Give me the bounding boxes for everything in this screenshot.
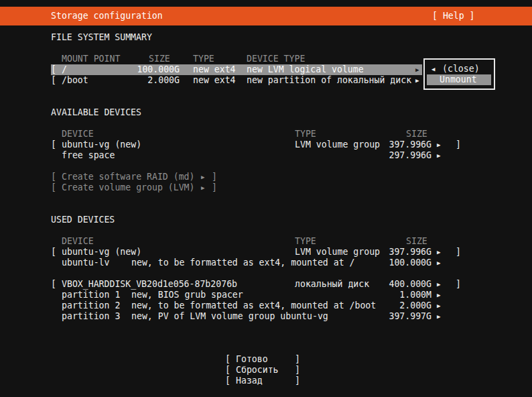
open-bracket: [ [225, 354, 230, 365]
mount-point: / [62, 64, 67, 75]
size-value: 2.000G [346, 300, 431, 311]
left-arrow-icon: ◀ [431, 64, 435, 74]
open-bracket: [ [51, 172, 56, 182]
done-button-label: Готово [236, 354, 268, 365]
device-name: VBOX_HARDDISK_VB20d1e056-87b2076b [62, 279, 237, 290]
open-bracket: [ [51, 279, 56, 290]
close-bracket: ] [295, 354, 300, 365]
col-header-size: SIZE [406, 129, 427, 139]
right-arrow-icon: ▶ [201, 172, 204, 182]
col-header-type: TYPE [295, 129, 316, 139]
device-type-value: new partition of локальный диск [247, 75, 411, 86]
available-row-ubuntu-vg[interactable]: [ ubuntu-vg (new) LVM volume group 397.9… [0, 139, 532, 150]
done-button[interactable]: [ Готово ] [0, 354, 532, 365]
action-label: Create volume group (LVM) [62, 182, 195, 193]
col-header-size: SIZE [406, 236, 427, 247]
size-value: 397.996G [346, 247, 431, 258]
header-line: Storage configuration [ Help ] [0, 11, 532, 21]
col-header-type: TYPE [295, 236, 316, 247]
back-button[interactable]: [ Назад ] [0, 376, 532, 386]
type-value: new ext4 [193, 64, 236, 75]
col-header-type: TYPE [193, 54, 214, 64]
fs-summary-title: FILE SYSTEM SUMMARY [51, 32, 152, 43]
context-menu: ◀ (close) Unmount [423, 58, 495, 90]
size-value: 297.996G [346, 150, 431, 161]
open-bracket: [ [225, 376, 230, 386]
used-child-partition-3[interactable]: partition 3 new, PV of LVM volume group … [0, 311, 532, 322]
help-button[interactable]: [ Help ] [432, 11, 475, 21]
used-column-headers: DEVICE TYPE SIZE [0, 236, 532, 247]
size-value: 397.996G [346, 139, 431, 150]
context-menu-unmount[interactable]: Unmount [425, 74, 494, 85]
fs-summary-section: FILE SYSTEM SUMMARY [0, 32, 532, 43]
close-bracket: ] [212, 172, 217, 182]
right-arrow-icon: ▶ [437, 139, 440, 150]
back-button-label: Назад [236, 376, 263, 386]
close-bracket: ] [295, 365, 300, 376]
close-bracket: ] [295, 376, 300, 386]
size-value: 2.000G [94, 75, 180, 86]
available-column-headers: DEVICE TYPE SIZE [0, 129, 532, 139]
size-value: 100.000G [346, 258, 431, 268]
size-value: 400.000G [346, 279, 431, 290]
size-value: 397.997G [346, 311, 431, 322]
action-create-volume-group[interactable]: [ Create volume group (LVM) ▶ ] [0, 182, 532, 193]
right-arrow-icon: ▶ [437, 150, 440, 161]
close-bracket: ] [212, 182, 217, 193]
device-detail: new, to be formatted as ext4, mounted at… [131, 300, 376, 311]
col-header-size: SIZE [149, 54, 170, 64]
open-bracket: [ [225, 365, 230, 376]
open-bracket: [ [51, 247, 56, 258]
right-arrow-icon: ▶ [437, 311, 440, 322]
close-label: (close) [442, 64, 480, 74]
unmount-label: Unmount [440, 74, 477, 85]
used-child-partition-1[interactable]: partition 1 new, BIOS grub spacer 1.000M… [0, 290, 532, 300]
used-devices-title: USED DEVICES [51, 215, 115, 225]
used-devices-section: USED DEVICES [0, 215, 532, 225]
mount-point: /boot [62, 75, 88, 86]
device-detail: new, PV of LVM volume group ubuntu-vg [131, 311, 328, 322]
used-group-ubuntu-vg[interactable]: [ ubuntu-vg (new) LVM volume group 397.9… [0, 247, 532, 258]
right-arrow-icon: ▶ [437, 300, 440, 311]
open-bracket: [ [51, 75, 56, 86]
right-arrow-icon: ▶ [201, 182, 204, 193]
device-type-value: new LVM logical volume [247, 64, 364, 75]
open-bracket: [ [51, 64, 56, 75]
reset-button-label: Сбросить [236, 365, 279, 376]
device-name: ubuntu-lv [62, 258, 109, 268]
page-title: Storage configuration [51, 11, 163, 21]
close-bracket: ] [456, 279, 461, 290]
device-name: partition 3 [62, 311, 120, 322]
col-header-mount-point: MOUNT POINT [62, 54, 120, 64]
right-arrow-icon: ▶ [437, 279, 440, 290]
used-child-partition-2[interactable]: partition 2 new, to be formatted as ext4… [0, 300, 532, 311]
available-devices-section: AVAILABLE DEVICES [0, 107, 532, 118]
right-arrow-icon: ▶ [437, 247, 440, 258]
used-group-vbox-harddisk[interactable]: [ VBOX_HARDDISK_VB20d1e056-87b2076b лока… [0, 279, 532, 290]
col-header-device: DEVICE [62, 129, 94, 139]
device-name: ubuntu-vg (new) [62, 139, 141, 150]
device-name: partition 1 [62, 290, 120, 300]
used-child-ubuntu-lv[interactable]: ubuntu-lv new, to be formatted as ext4, … [0, 258, 532, 268]
action-label: Create software RAID (md) [62, 172, 195, 182]
available-row-free-space[interactable]: free space 297.996G ▶ [0, 150, 532, 161]
context-menu-close[interactable]: ◀ (close) [425, 64, 494, 74]
col-header-device: DEVICE [62, 236, 94, 247]
open-bracket: [ [51, 139, 56, 150]
action-create-software-raid[interactable]: [ Create software RAID (md) ▶ ] [0, 172, 532, 182]
device-name: free space [62, 150, 115, 161]
right-arrow-icon: ▶ [437, 290, 440, 300]
right-arrow-icon: ▶ [415, 75, 419, 86]
device-name: partition 2 [62, 300, 120, 311]
size-value: 1.000M [346, 290, 431, 300]
device-name: ubuntu-vg (new) [62, 247, 141, 258]
open-bracket: [ [51, 182, 56, 193]
close-bracket: ] [456, 139, 461, 150]
size-value: 100.000G [94, 64, 180, 75]
right-arrow-icon: ▶ [437, 258, 440, 268]
device-detail: new, BIOS grub spacer [131, 290, 243, 300]
device-detail: new, to be formatted as ext4, mounted at… [131, 258, 354, 268]
storage-configuration-screen: Storage configuration [ Help ] FILE SYST… [0, 0, 532, 397]
reset-button[interactable]: [ Сбросить ] [0, 365, 532, 376]
available-devices-title: AVAILABLE DEVICES [51, 107, 141, 118]
